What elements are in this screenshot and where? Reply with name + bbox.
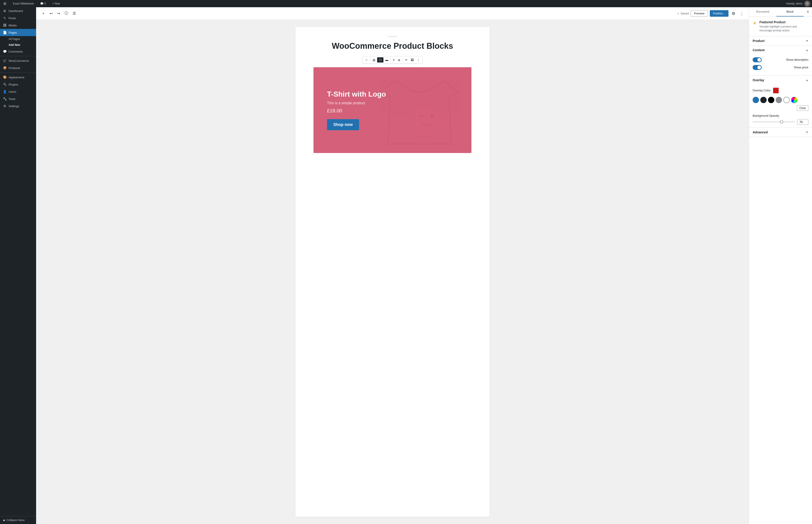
- editor-area: ＋ ↩ ↪ ⓘ ☰ ✓ Saved Preview Publish... ⚙ ⋮: [36, 7, 749, 524]
- admin-bar-new[interactable]: + New: [51, 0, 61, 7]
- content-chevron-icon: ▲: [806, 49, 808, 52]
- block-align-full[interactable]: ▬: [384, 57, 390, 63]
- media-icon: 🖼: [3, 23, 7, 27]
- product-title: T-Shirt with Logo: [327, 90, 386, 98]
- product-price: £18.00: [327, 108, 386, 114]
- sidebar-sub-add-new[interactable]: Add New: [0, 42, 36, 48]
- toolbar-sep-1: [370, 58, 370, 62]
- settings-icon: ⚙: [3, 104, 7, 108]
- users-icon: 👤: [3, 90, 7, 94]
- sidebar-item-pages[interactable]: 📄 Pages: [0, 29, 36, 36]
- featured-info-text: Featured Product Visually highlight a pr…: [759, 20, 808, 33]
- tools-icon: 🔧: [3, 97, 7, 101]
- block-more-options[interactable]: ⋮: [415, 57, 421, 63]
- opacity-slider[interactable]: [753, 121, 795, 122]
- opacity-input[interactable]: 70: [797, 119, 808, 125]
- show-price-label: Show price: [794, 66, 808, 69]
- undo-button[interactable]: ↩: [48, 10, 54, 17]
- sidebar-item-settings[interactable]: ⚙ Settings: [0, 102, 36, 110]
- sidebar-section-main: 🎨 Appearance 🔌 Plugins 👤 Users 🔧 Tools ⚙…: [0, 72, 36, 110]
- block-text-left[interactable]: ≡: [392, 57, 396, 63]
- overlay-color-row: Overlay Color: [753, 87, 808, 94]
- background-opacity-label: Background Opacity: [753, 114, 808, 117]
- sidebar-item-plugins[interactable]: 🔌 Plugins: [0, 81, 36, 88]
- sidebar-item-products[interactable]: 📦 Products: [0, 64, 36, 71]
- overlay-active-color[interactable]: [773, 87, 779, 94]
- sidebar-item-posts[interactable]: ✎ Posts: [0, 14, 36, 22]
- block-image[interactable]: 🖼: [409, 57, 415, 63]
- dashboard-icon: ⊞: [3, 9, 7, 13]
- page-title[interactable]: WooCommerce Product Blocks: [313, 41, 471, 51]
- admin-bar-wp-logo[interactable]: ⊛: [2, 0, 8, 7]
- redo-button[interactable]: ↪: [55, 10, 62, 17]
- overlay-section-body: Overlay Color Clear Background Opacity: [749, 85, 812, 128]
- posts-icon: ✎: [3, 16, 7, 20]
- clear-color-button[interactable]: Clear: [797, 105, 808, 111]
- product-section: Product ▼: [749, 36, 812, 46]
- sidebar-item-users[interactable]: 👤 Users: [0, 88, 36, 95]
- color-swatch-white[interactable]: [783, 97, 790, 103]
- sidebar-item-media[interactable]: 🖼 Media: [0, 22, 36, 29]
- appearance-icon: 🎨: [3, 76, 7, 79]
- plugins-icon: 🔌: [3, 83, 7, 86]
- tools-button[interactable]: ☰: [71, 10, 78, 17]
- color-swatch-gray[interactable]: [776, 97, 782, 103]
- show-description-row: Show description: [753, 57, 808, 62]
- tab-document[interactable]: Document: [749, 7, 776, 16]
- block-text-center[interactable]: ≣: [397, 57, 402, 63]
- main-layout: ⊞ Dashboard ✎ Posts 🖼 Media 📄 Pages All …: [0, 7, 812, 524]
- content-section-body: Show description Show price: [749, 54, 812, 76]
- sidebar-item-tools[interactable]: 🔧 Tools: [0, 95, 36, 102]
- check-icon: ✓: [677, 12, 680, 15]
- add-block-button[interactable]: ＋: [40, 10, 47, 17]
- featured-product-title: Featured Product: [759, 20, 808, 24]
- content-section-header[interactable]: Content ▲: [749, 46, 812, 54]
- tab-block[interactable]: Block: [776, 7, 803, 16]
- overlay-section-header[interactable]: Overlay ▲: [749, 76, 812, 85]
- preview-button[interactable]: Preview: [691, 10, 708, 17]
- slider-container: 70: [753, 119, 808, 125]
- show-price-row: Show price: [753, 65, 808, 70]
- product-section-header[interactable]: Product ▼: [749, 36, 812, 45]
- editor-canvas: WooCommerce Product Blocks ☆ ▤ ⬛ ▬ ≡ ≣ ✏…: [295, 27, 490, 517]
- sidebar-item-dashboard[interactable]: ⊞ Dashboard: [0, 7, 36, 14]
- info-button[interactable]: ⓘ: [63, 10, 70, 17]
- block-toolbar: ☆ ▤ ⬛ ▬ ≡ ≣ ✏ 🖼 ⋮: [362, 56, 423, 64]
- product-content: T-Shirt with Logo This is a simple produ…: [313, 79, 399, 141]
- collapse-menu[interactable]: ◀ Collapse menu: [0, 516, 36, 524]
- right-panel: Document Block ✕ ★ Featured Product Visu…: [749, 7, 812, 524]
- color-swatch-black[interactable]: [768, 97, 774, 103]
- settings-button[interactable]: ⚙: [730, 10, 736, 17]
- color-swatch-gradient[interactable]: [791, 97, 797, 103]
- admin-bar: ⊛ Exact Wildebeest 💬 0 + New Howdy, demo…: [0, 0, 812, 7]
- advanced-section-header[interactable]: Advanced ▼: [749, 128, 812, 137]
- sidebar-item-comments[interactable]: 💬 Comments: [0, 48, 36, 55]
- toolbar-right: ✓ Saved Preview Publish... ⚙ ⋮: [677, 10, 745, 17]
- shop-now-button[interactable]: Shop now: [327, 119, 359, 130]
- block-edit-link[interactable]: ✏: [404, 57, 409, 63]
- products-icon: 📦: [3, 66, 7, 70]
- color-swatch-blue[interactable]: [753, 97, 759, 103]
- block-star-btn[interactable]: ☆: [364, 57, 369, 63]
- show-price-toggle[interactable]: [753, 65, 762, 70]
- advanced-section: Advanced ▼: [749, 128, 812, 137]
- background-opacity-section: Background Opacity 70: [753, 114, 808, 125]
- sidebar-section-woo: 🛒 WooCommerce 📦 Products: [0, 56, 36, 71]
- user-avatar[interactable]: D: [804, 1, 810, 6]
- block-align-wide[interactable]: ⬛: [377, 57, 383, 63]
- sidebar-item-woocommerce[interactable]: 🛒 WooCommerce: [0, 57, 36, 64]
- color-swatch-navy[interactable]: [760, 97, 767, 103]
- block-align-normal[interactable]: ▤: [371, 57, 377, 63]
- admin-bar-comments[interactable]: 💬 0: [39, 0, 47, 7]
- sidebar-item-appearance[interactable]: 🎨 Appearance: [0, 73, 36, 81]
- title-divider: [388, 36, 397, 37]
- sidebar-sub-all-pages[interactable]: All Pages: [0, 36, 36, 42]
- star-icon: ★: [753, 20, 757, 26]
- collapse-icon: ◀: [3, 519, 5, 522]
- show-description-label: Show description: [786, 58, 808, 61]
- show-description-toggle[interactable]: [753, 57, 762, 62]
- admin-bar-site-name[interactable]: Exact Wildebeest: [12, 0, 35, 7]
- publish-button[interactable]: Publish...: [710, 10, 729, 17]
- panel-close-button[interactable]: ✕: [803, 8, 812, 16]
- more-options-button[interactable]: ⋮: [739, 10, 745, 17]
